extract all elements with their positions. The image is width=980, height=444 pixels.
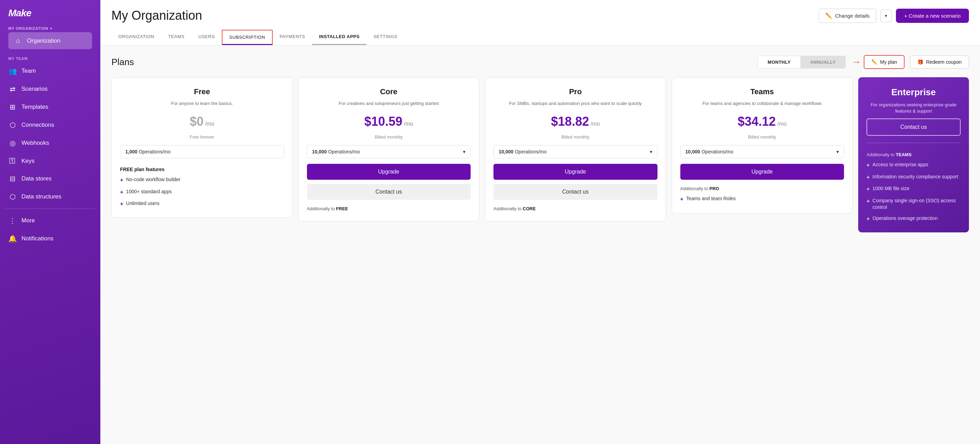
tab-subscription[interactable]: SUBSCRIPTION: [222, 30, 273, 45]
team-icon: 👥: [8, 67, 17, 75]
plan-name-pro: Pro: [493, 87, 657, 96]
teams-ops-selector[interactable]: 10,000 Operations/mo ▾: [680, 145, 844, 158]
sidebar-item-notifications[interactable]: 🔔 Notifications: [3, 230, 98, 247]
page-title: My Organization: [111, 8, 202, 23]
price-mo-core: /mo: [404, 121, 413, 127]
enterprise-contact-button[interactable]: Contact us: [867, 118, 961, 136]
sidebar-org-label[interactable]: MY ORGANIZATION ▾: [6, 25, 95, 32]
plans-header: Plans MONTHLY ANNUALLY → ✏️ My plan 🎁 Re…: [111, 55, 969, 69]
plan-card-teams: Teams For teams and agencies to collabor…: [672, 77, 853, 213]
plan-description-core: For creatives and solopreneurs just gett…: [307, 101, 471, 107]
gift-icon: 🎁: [917, 59, 923, 65]
plan-card-enterprise: Enterprise For organizations seeking ent…: [858, 77, 969, 232]
core-upgrade-button[interactable]: Upgrade: [307, 164, 471, 180]
connections-icon: ⬡: [8, 121, 17, 129]
plan-description-enterprise: For organizations seeking enterprise-gra…: [867, 102, 961, 114]
plans-grid: Free For anyone to learn the basics. $0 …: [111, 77, 969, 232]
plan-description-pro: For SMBs, startups and automation pros w…: [493, 101, 657, 107]
tab-organization[interactable]: ORGANIZATION: [111, 30, 161, 45]
plan-card-free: Free For anyone to learn the basics. $0 …: [111, 77, 293, 218]
core-contact-button[interactable]: Contact us: [307, 184, 471, 200]
create-scenario-button[interactable]: + Create a new scenario: [896, 9, 969, 23]
dropdown-chevron-icon: ▾: [885, 13, 887, 18]
pro-contact-button[interactable]: Contact us: [493, 184, 657, 200]
billing-monthly-option[interactable]: MONTHLY: [758, 56, 800, 68]
sidebar-item-data-structures[interactable]: ⬡ Data structures: [3, 188, 98, 205]
ops-dropdown-icon: ▾: [837, 149, 839, 155]
price-amount-free: $0: [189, 114, 204, 128]
price-amount-core: $10.59: [364, 114, 402, 128]
org-chevron-icon: ▾: [50, 27, 52, 30]
enterprise-feature-2: + Information security compliance suppor…: [867, 174, 961, 181]
pro-upgrade-button[interactable]: Upgrade: [493, 164, 657, 180]
teams-feature-1: + Teams and team Roles: [680, 195, 844, 203]
enterprise-additionally-label: Additionally to TEAMS: [867, 152, 961, 157]
data-structures-icon: ⬡: [8, 193, 17, 201]
core-additionally-label: Additionally to FREE: [307, 206, 471, 211]
enterprise-feature-3: + 1000 MB file size: [867, 185, 961, 193]
pro-ops-selector[interactable]: 10,000 Operations/mo ▾: [493, 145, 657, 158]
teams-upgrade-button[interactable]: Upgrade: [680, 164, 844, 180]
arrow-indicator: →: [851, 56, 861, 67]
change-details-dropdown-button[interactable]: ▾: [880, 10, 892, 22]
edit-icon: ✏️: [825, 13, 832, 19]
webhooks-icon: ◎: [8, 139, 17, 147]
data-stores-icon: ⊟: [8, 174, 17, 183]
plan-price-core: $10.59 /mo: [307, 114, 471, 129]
plan-price-free: $0 /mo: [120, 114, 284, 129]
billing-annually-option[interactable]: ANNUALLY: [800, 56, 845, 68]
pro-additionally-label: Additionally to CORE: [493, 206, 657, 211]
sidebar-item-organization[interactable]: ⌂ Organization: [8, 32, 92, 49]
plan-description-free: For anyone to learn the basics.: [120, 101, 284, 107]
plan-name-core: Core: [307, 87, 471, 96]
my-plan-button[interactable]: ✏️ My plan: [864, 55, 905, 69]
sidebar-item-scenarios[interactable]: ⇄ Scenarios: [3, 80, 98, 97]
more-icon: ⋮: [8, 216, 17, 225]
tab-settings[interactable]: SETTINGS: [366, 30, 404, 45]
edit-plan-icon: ✏️: [871, 59, 877, 65]
free-feature-2: + 1000+ standard apps: [120, 188, 284, 196]
price-mo-free: /mo: [205, 121, 215, 127]
redeem-coupon-button[interactable]: 🎁 Redeem coupon: [910, 56, 969, 69]
price-billing-teams: Billed monthly: [680, 134, 844, 140]
sidebar: Make MY ORGANIZATION ▾ ⌂ Organization MY…: [0, 0, 100, 444]
team-section-label: MY TEAM: [0, 52, 100, 62]
plans-title: Plans: [111, 57, 134, 67]
plan-description-teams: For teams and agencies to collaborate & …: [680, 101, 844, 107]
plan-name-enterprise: Enterprise: [867, 87, 961, 97]
enterprise-feature-4: + Company single sign-on (SSO) access co…: [867, 197, 961, 211]
plan-card-core: Core For creatives and solopreneurs just…: [298, 77, 480, 221]
nav-tabs: ORGANIZATION TEAMS USERS SUBSCRIPTION PA…: [111, 30, 969, 45]
sidebar-item-webhooks[interactable]: ◎ Webhooks: [3, 134, 98, 152]
header-actions: ✏️ Change details ▾ + Create a new scena…: [819, 9, 969, 23]
plan-price-teams: $34.12 /mo: [680, 114, 844, 129]
teams-additionally-label: Additionally to PRO: [680, 186, 844, 191]
plan-price-pro: $18.82 /mo: [493, 114, 657, 129]
tab-teams[interactable]: TEAMS: [161, 30, 191, 45]
enterprise-divider: [867, 143, 961, 143]
main-content-area: My Organization ✏️ Change details ▾ + Cr…: [100, 0, 980, 444]
sidebar-item-keys[interactable]: ⚿ Keys: [3, 152, 98, 169]
sidebar-item-connections[interactable]: ⬡ Connections: [3, 117, 98, 134]
tab-installed-apps[interactable]: INSTALLED APPS: [312, 30, 367, 45]
change-details-button[interactable]: ✏️ Change details: [819, 9, 876, 23]
free-ops-display: 1,000 Operations/mo: [120, 145, 284, 158]
tab-payments[interactable]: PAYMENTS: [273, 30, 312, 45]
core-ops-selector[interactable]: 10,000 Operations/mo ▾: [307, 145, 471, 158]
price-mo-teams: /mo: [777, 121, 787, 127]
home-icon: ⌂: [14, 37, 22, 45]
plan-name-teams: Teams: [680, 87, 844, 96]
sidebar-item-team[interactable]: 👥 Team: [3, 62, 98, 80]
price-billing-free: Free forever: [120, 134, 284, 140]
price-billing-pro: Billed monthly: [493, 134, 657, 140]
app-logo: Make: [0, 0, 100, 25]
sidebar-item-data-stores[interactable]: ⊟ Data stores: [3, 170, 98, 187]
enterprise-feature-5: + Operations overage protection: [867, 215, 961, 223]
free-features-label: FREE plan features: [120, 166, 284, 172]
tab-users[interactable]: USERS: [191, 30, 221, 45]
free-feature-1: + No-code workflow builder: [120, 176, 284, 184]
sidebar-item-templates[interactable]: ⊞ Templates: [3, 98, 98, 116]
price-amount-pro: $18.82: [551, 114, 589, 128]
sidebar-item-more[interactable]: ⋮ More: [3, 212, 98, 229]
ops-dropdown-icon: ▾: [650, 149, 652, 155]
